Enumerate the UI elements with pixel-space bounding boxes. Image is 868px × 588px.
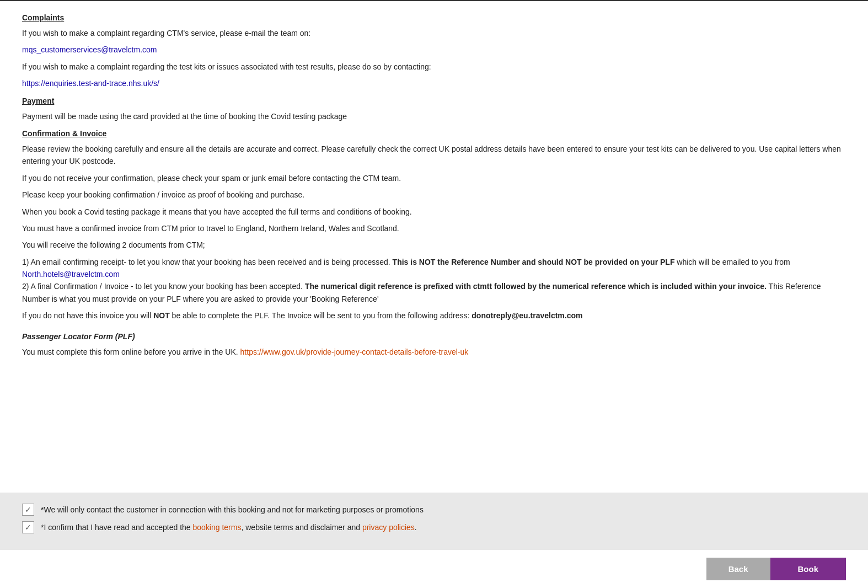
complaints-test-link[interactable]: https://enquiries.test-and-trace.nhs.uk/… — [22, 79, 159, 88]
checkbox2-mid: , website terms and disclaimer and — [241, 523, 360, 532]
plf-link[interactable]: https://www.gov.uk/provide-journey-conta… — [240, 348, 469, 356]
payment-text: Payment will be made using the card prov… — [22, 110, 846, 122]
button-bar: Back Book — [0, 550, 868, 588]
complaints-test-intro-text: If you wish to make a complaint regardin… — [22, 62, 431, 71]
checkbox2-post: . — [415, 523, 417, 532]
book-button[interactable]: Book — [770, 558, 846, 580]
ci-item1: 1) An email confirming receipt- to let y… — [22, 256, 846, 306]
footer-section: *We will only contact the customer in co… — [0, 493, 868, 550]
ci-item1-post-pre: which will be emailed to you from — [677, 258, 790, 266]
complaints-email-link[interactable]: mqs_customerservices@travelctm.com — [22, 45, 157, 54]
ci-para7-pre: If you do not have this invoice you will — [22, 311, 151, 320]
complaints-intro: If you wish to make a complaint regardin… — [22, 27, 846, 39]
complaints-heading: Complaints — [22, 12, 846, 24]
checkbox2-link1[interactable]: booking terms — [193, 523, 242, 532]
plf-heading: Passenger Locator Form (PLF) — [22, 331, 846, 343]
checkbox2-pre: *I confirm that I have read and accepted… — [41, 523, 191, 532]
checkbox1[interactable] — [22, 504, 34, 516]
complaints-test-link-block: https://enquiries.test-and-trace.nhs.uk/… — [22, 77, 846, 89]
payment-heading: Payment — [22, 95, 846, 107]
checkbox2-link2-text: privacy policies — [362, 523, 415, 532]
ci-para7-post: be able to complete the PLF. The Invoice… — [172, 311, 470, 320]
checkbox2-label: *I confirm that I have read and accepted… — [41, 523, 417, 532]
checkbox1-row: *We will only contact the customer in co… — [22, 504, 846, 516]
ci-item1-bold: This is NOT the Reference Number and sho… — [393, 258, 675, 266]
confirmation-invoice-heading: Confirmation & Invoice — [22, 128, 846, 140]
checkbox2-row: *I confirm that I have read and accepted… — [22, 521, 846, 533]
ci-para7-email: donotreply@eu.travelctm.com — [471, 311, 582, 320]
ci-item2-pre: 2) A final Confirmation / Invoice - to l… — [22, 282, 303, 291]
plf-link-text: https://www.gov.uk/provide-journey-conta… — [240, 348, 469, 356]
plf-text: You must complete this form online befor… — [22, 346, 846, 358]
complaints-intro-text: If you wish to make a complaint regardin… — [22, 29, 310, 38]
ci-para7: If you do not have this invoice you will… — [22, 309, 846, 322]
ci-not-text: NOT — [153, 311, 170, 320]
complaints-email-block: mqs_customerservices@travelctm.com — [22, 44, 846, 56]
complaints-test-intro: If you wish to make a complaint regardin… — [22, 61, 846, 73]
ci-para3: Please keep your booking confirmation / … — [22, 189, 846, 201]
ci-para5: You must have a confirmed invoice from C… — [22, 222, 846, 234]
checkbox2-link1-text: booking terms — [193, 523, 242, 532]
ci-para7-not: NOT — [153, 311, 172, 320]
ci-item2-bold: The numerical digit reference is prefixe… — [305, 282, 767, 291]
back-button[interactable]: Back — [706, 558, 770, 580]
ci-para2: If you do not receive your confirmation,… — [22, 172, 846, 184]
checkbox1-label: *We will only contact the customer in co… — [41, 505, 424, 514]
checkbox2-link2[interactable]: privacy policies — [362, 523, 415, 532]
ci-item1-pre: 1) An email confirming receipt- to let y… — [22, 258, 390, 266]
plf-text-pre: You must complete this form online befor… — [22, 348, 238, 356]
ci-para6: You will receive the following 2 documen… — [22, 239, 846, 251]
ci-item1-email[interactable]: North.hotels@travelctm.com — [22, 270, 120, 279]
checkbox2[interactable] — [22, 521, 34, 533]
ci-para4: When you book a Covid testing package it… — [22, 206, 846, 218]
ci-para1: Please review the booking carefully and … — [22, 143, 846, 168]
